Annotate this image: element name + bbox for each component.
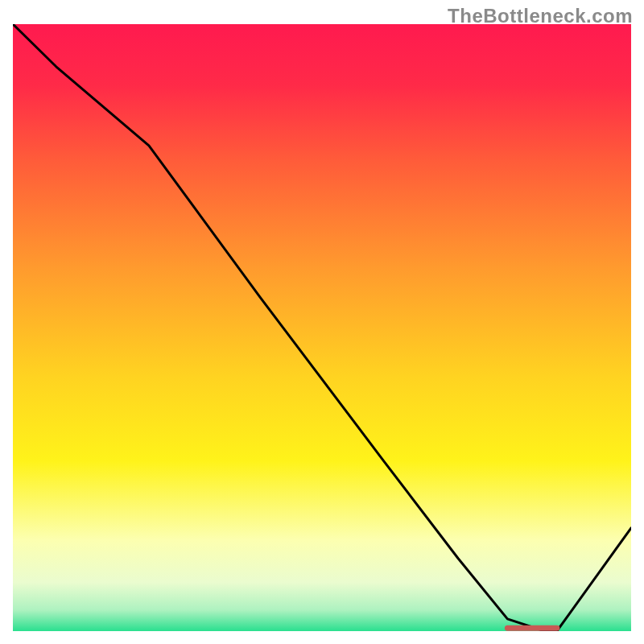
chart-stage: TheBottleneck.com — [0, 0, 644, 644]
chart-background-gradient — [13, 24, 631, 631]
chart-svg — [13, 24, 631, 631]
chart-plot-area — [13, 24, 631, 631]
